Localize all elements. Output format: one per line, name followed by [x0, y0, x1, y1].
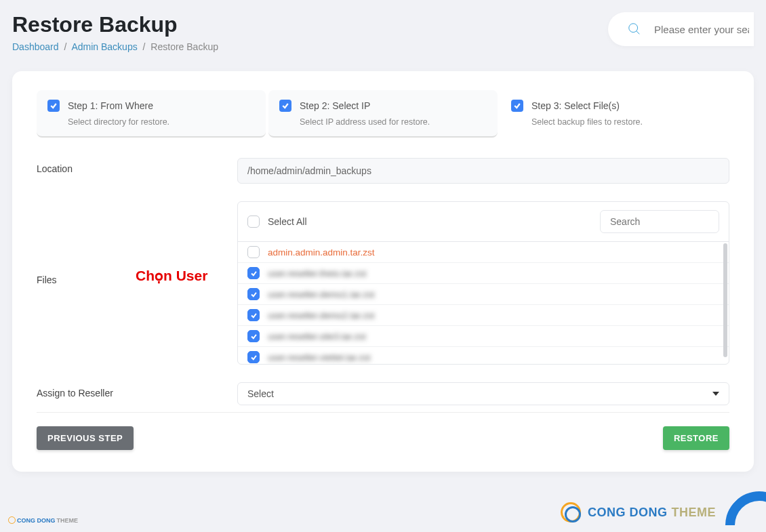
file-checkbox[interactable] [247, 309, 260, 321]
footer-brand: CONG DONG THEME [561, 502, 716, 523]
chevron-down-icon [712, 392, 719, 396]
step-desc: Select backup files to restore. [531, 117, 719, 127]
file-name: user.reseller.demo1.tar.zst [268, 289, 375, 300]
file-name: user.reseller.viettel.tar.zst [268, 352, 371, 363]
file-checkbox[interactable] [247, 246, 260, 258]
select-all-label: Select All [268, 216, 307, 227]
file-row[interactable]: user.reseller.demo1.tar.zst [238, 284, 729, 305]
reseller-selected: Select [247, 388, 274, 399]
reseller-select[interactable]: Select [237, 382, 729, 405]
step-2[interactable]: Step 2: Select IP Select IP address used… [268, 90, 498, 138]
files-box: Select All admin.admin.admin.tar.zst use… [237, 201, 729, 365]
file-checkbox[interactable] [247, 330, 260, 342]
step-title: Step 1: From Where [68, 100, 153, 111]
file-row[interactable]: user.reseller.theio.tar.zst [238, 263, 729, 284]
step-3[interactable]: Step 3: Select File(s) Select backup fil… [500, 90, 729, 138]
file-checkbox[interactable] [247, 267, 260, 279]
page-title: Restore Backup [12, 12, 218, 37]
file-checkbox[interactable] [247, 351, 260, 363]
scrollbar[interactable] [723, 243, 727, 357]
step-desc: Select IP address used for restore. [300, 117, 487, 127]
check-icon [47, 100, 60, 112]
search-icon [627, 22, 642, 37]
file-name: user.reseller.demo2.tar.zst [268, 310, 375, 321]
search-input[interactable] [654, 24, 749, 35]
check-icon [511, 100, 523, 112]
breadcrumb: Dashboard / Admin Backups / Restore Back… [12, 41, 218, 52]
check-icon [279, 100, 291, 112]
file-name: admin.admin.admin.tar.zst [268, 247, 375, 258]
location-label: Location [37, 158, 237, 174]
select-all-checkbox[interactable] [247, 216, 260, 228]
previous-step-button[interactable]: PREVIOUS STEP [37, 426, 134, 450]
restore-button[interactable]: RESTORE [663, 426, 729, 450]
file-row[interactable]: user.reseller.demo2.tar.zst [238, 305, 729, 326]
file-list: admin.admin.admin.tar.zst user.reseller.… [238, 242, 729, 364]
global-search[interactable] [608, 12, 754, 46]
file-name: user.reseller.theio.tar.zst [268, 268, 367, 279]
step-title: Step 3: Select File(s) [531, 100, 620, 111]
annotation-text: Chọn User [136, 268, 207, 284]
file-row[interactable]: user.reseller.viettel.tar.zst [238, 347, 729, 364]
reseller-label: Assign to Reseller [37, 382, 237, 398]
svg-point-0 [629, 24, 638, 33]
breadcrumb-dashboard[interactable]: Dashboard [12, 41, 59, 52]
step-desc: Select directory for restore. [68, 117, 255, 127]
decorative-arc [711, 477, 766, 532]
location-input[interactable] [237, 158, 729, 184]
step-title: Step 2: Select IP [300, 100, 370, 111]
file-checkbox[interactable] [247, 288, 260, 300]
brand-logo-icon [561, 502, 581, 523]
files-label: Files [37, 274, 57, 285]
steps-nav: Step 1: From Where Select directory for … [37, 90, 729, 138]
file-row[interactable]: user.reseller.site3.tar.zst [238, 326, 729, 347]
step-1[interactable]: Step 1: From Where Select directory for … [37, 90, 266, 138]
file-name: user.reseller.site3.tar.zst [268, 331, 366, 342]
breadcrumb-current: Restore Backup [150, 41, 218, 52]
restore-card: Step 1: From Where Select directory for … [12, 71, 754, 472]
file-row[interactable]: admin.admin.admin.tar.zst [238, 242, 729, 263]
divider [37, 412, 729, 413]
breadcrumb-admin-backups[interactable]: Admin Backups [71, 41, 137, 52]
file-search-input[interactable] [600, 210, 719, 233]
footer-brand-small: CONG DONG THEME [8, 516, 78, 524]
svg-line-1 [637, 31, 640, 35]
